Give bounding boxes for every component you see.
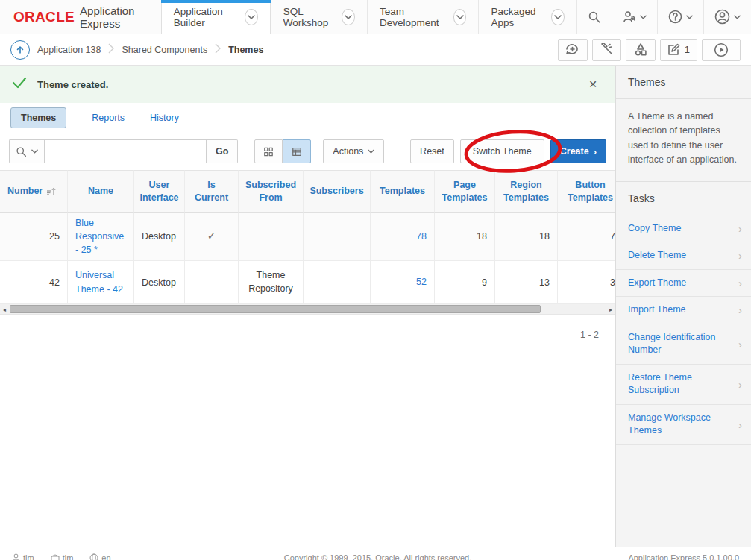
spotlight-search-icon[interactable]: [592, 39, 621, 61]
table-header-row: Number Name User Interface Is Current Su…: [0, 170, 623, 213]
account-icon[interactable]: [703, 0, 751, 34]
task-import-theme[interactable]: Import Theme ›: [616, 297, 751, 324]
breadcrumb-shared-components[interactable]: Shared Components: [122, 45, 207, 55]
edit-page-button[interactable]: 1: [660, 39, 697, 61]
footer-user: tim: [12, 553, 34, 560]
tab-sql-workshop[interactable]: SQL Workshop: [271, 0, 367, 34]
cell-is-current: ✓: [185, 213, 239, 261]
table-body: 25 Blue Responsive - 25 * Desktop ✓ 78 1…: [0, 213, 615, 304]
cell-button-templates: 7: [558, 213, 623, 261]
banner-message: Theme created.: [37, 79, 108, 90]
cell-subscribed-from: [239, 213, 304, 261]
column-header-name[interactable]: Name: [68, 170, 134, 213]
search-input[interactable]: [44, 139, 207, 163]
breadcrumb-application[interactable]: Application 138: [37, 45, 101, 55]
task-manage-workspace-themes[interactable]: Manage Workspace Themes ›: [616, 405, 751, 445]
chevron-right-icon: ›: [738, 418, 742, 431]
task-export-theme[interactable]: Export Theme ›: [616, 270, 751, 298]
cell-subscribers: [304, 213, 371, 261]
footer-language: en: [89, 553, 110, 560]
user-icon: [12, 553, 20, 560]
sidebar-description: A Theme is a named collection of templat…: [616, 99, 751, 182]
cell-name: Universal Theme - 42: [68, 261, 134, 304]
cell-region-templates: 13: [495, 261, 558, 304]
view-toggle: [254, 139, 311, 163]
column-header-number[interactable]: Number: [0, 170, 68, 213]
up-level-icon[interactable]: [10, 40, 30, 60]
tab-team-development[interactable]: Team Development: [367, 0, 479, 34]
tab-reports[interactable]: Reports: [92, 113, 125, 123]
breadcrumb-bar: Application 138 Shared Components Themes…: [0, 34, 751, 66]
footer-workspace: tim: [51, 553, 74, 560]
task-copy-theme[interactable]: Copy Theme ›: [616, 215, 751, 243]
column-header-user-interface[interactable]: User Interface: [134, 170, 185, 213]
task-delete-theme[interactable]: Delete Theme ›: [616, 242, 751, 270]
edit-page-number: 1: [685, 44, 690, 55]
themes-report-region: Go Actions Reset Switch Theme: [0, 133, 615, 340]
chevron-right-icon: ›: [594, 146, 597, 157]
cell-templates: 52: [371, 261, 435, 304]
icon-view-icon[interactable]: [254, 139, 283, 163]
task-restore-theme-subscription[interactable]: Restore Theme Subscription ›: [616, 365, 751, 405]
help-icon[interactable]: [657, 0, 703, 34]
column-header-templates[interactable]: Templates: [371, 170, 435, 213]
table-row: 42 Universal Theme - 42 Desktop Theme Re…: [0, 261, 623, 304]
feedback-icon[interactable]: [558, 39, 588, 61]
themes-table: Number Name User Interface Is Current Su…: [0, 170, 615, 304]
actions-menu-button[interactable]: Actions: [323, 139, 384, 163]
table-row: 25 Blue Responsive - 25 * Desktop ✓ 78 1…: [0, 213, 623, 261]
chevron-right-icon: ›: [738, 277, 742, 289]
page-action-buttons: 1: [558, 39, 741, 61]
administration-icon[interactable]: [612, 0, 657, 34]
theme-name-link[interactable]: Blue Responsive - 25 *: [75, 216, 126, 257]
cell-subscribers: [304, 261, 371, 304]
chevron-right-icon: ›: [738, 303, 742, 316]
tab-packaged-apps[interactable]: Packaged Apps: [478, 0, 576, 34]
run-application-icon[interactable]: [702, 39, 741, 61]
chevron-down-icon[interactable]: [551, 9, 565, 25]
column-header-button-templates[interactable]: Button Templates: [558, 170, 623, 213]
apex-themes-page: ORACLE Application Express Application B…: [0, 0, 751, 560]
go-button[interactable]: Go: [207, 139, 238, 163]
scrollbar-thumb[interactable]: [10, 305, 541, 313]
main-content: Theme created. ✕ Themes Reports History …: [0, 66, 615, 547]
tab-history[interactable]: History: [150, 113, 179, 123]
reset-button[interactable]: Reset: [410, 139, 454, 163]
top-navigation-bar: ORACLE Application Express Application B…: [0, 0, 751, 34]
search-icon[interactable]: [576, 0, 612, 34]
search-column-selector[interactable]: [9, 139, 44, 163]
global-icons: [576, 0, 751, 34]
brand: ORACLE Application Express: [0, 0, 161, 34]
success-check-icon: [12, 77, 27, 92]
workspace-icon: [51, 554, 60, 560]
switch-theme-button[interactable]: Switch Theme: [460, 139, 544, 163]
cell-button-templates: 3: [558, 261, 623, 304]
templates-count-link[interactable]: 52: [416, 275, 427, 289]
report-view-icon[interactable]: [283, 139, 311, 163]
column-header-subscribers[interactable]: Subscribers: [304, 170, 371, 213]
footer: tim tim en Copyright © 1999–2015, Oracle…: [0, 547, 751, 560]
toolbar-right-buttons: Reset Switch Theme Create ›: [410, 139, 606, 163]
chevron-down-icon[interactable]: [245, 9, 258, 25]
tab-application-builder[interactable]: Application Builder: [161, 0, 271, 34]
footer-version: Application Express 5.0.1.00.0: [628, 553, 739, 560]
tab-themes[interactable]: Themes: [10, 107, 66, 128]
column-header-is-current[interactable]: Is Current: [185, 170, 239, 213]
templates-count-link[interactable]: 78: [416, 230, 427, 243]
column-header-page-templates[interactable]: Page Templates: [435, 170, 495, 213]
chevron-down-icon[interactable]: [342, 9, 355, 25]
create-button[interactable]: Create ›: [550, 139, 606, 163]
shared-components-icon[interactable]: [626, 39, 656, 61]
chevron-down-icon[interactable]: [453, 9, 467, 25]
breadcrumb-themes: Themes: [228, 45, 263, 55]
chevron-right-icon: ›: [738, 249, 742, 262]
horizontal-scrollbar[interactable]: ◂ ▸: [0, 304, 615, 315]
footer-copyright: Copyright © 1999–2015, Oracle. All right…: [128, 553, 629, 560]
task-change-identification-number[interactable]: Change Identification Number ›: [616, 324, 751, 365]
theme-name-link[interactable]: Universal Theme - 42: [75, 268, 126, 295]
scroll-right-icon[interactable]: ▸: [606, 304, 615, 315]
column-header-region-templates[interactable]: Region Templates: [495, 170, 558, 213]
scroll-left-icon[interactable]: ◂: [0, 304, 9, 315]
column-header-subscribed-from[interactable]: Subscribed From: [239, 170, 304, 213]
close-icon[interactable]: ✕: [582, 75, 603, 93]
